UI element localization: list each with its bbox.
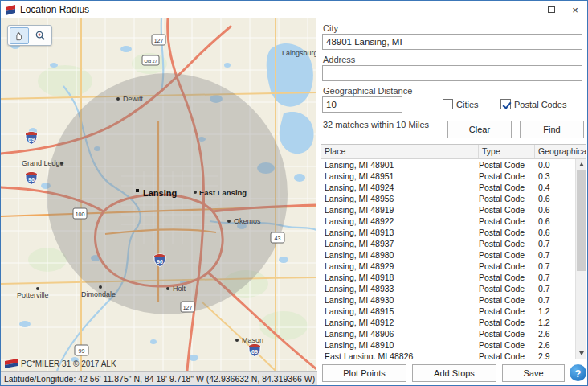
row-distance-cell: 0.4 xyxy=(535,182,575,193)
row-type-cell: Postal Code xyxy=(479,328,535,339)
row-type-cell: Postal Code xyxy=(479,294,535,306)
table-row[interactable]: Lansing, MI 48910 Postal Code 2.6 xyxy=(321,339,575,351)
label-okemos: Okemos xyxy=(234,217,261,225)
find-button[interactable]: Find xyxy=(520,121,584,138)
zoom-tool-button[interactable] xyxy=(31,27,51,44)
row-place-cell: Lansing, MI 48913 xyxy=(321,227,479,238)
table-row[interactable]: Lansing, MI 48924 Postal Code 0.4 xyxy=(321,182,575,193)
row-distance-cell: 0.6 xyxy=(535,204,575,216)
minimize-button[interactable] xyxy=(515,1,539,18)
row-distance-cell: 1.2 xyxy=(535,306,575,317)
table-row[interactable]: Lansing, MI 48901 Postal Code 0.0 xyxy=(321,159,575,170)
row-distance-cell: 1.2 xyxy=(535,317,575,328)
table-row[interactable]: Lansing, MI 48919 Postal Code 0.6 xyxy=(321,204,575,216)
titlebar[interactable]: Location Radius × xyxy=(1,1,587,18)
results-body: Lansing, MI 48901 Postal Code 0.0 Lansin… xyxy=(321,159,575,359)
close-button[interactable]: × xyxy=(563,1,587,18)
results-scrollbar[interactable] xyxy=(575,159,586,359)
row-distance-cell: 2.6 xyxy=(535,339,575,351)
shield-m43: 43 xyxy=(271,232,284,243)
label-potterville: Potterville xyxy=(17,291,49,299)
table-row[interactable]: Lansing, MI 48912 Postal Code 1.2 xyxy=(321,317,575,328)
close-icon: × xyxy=(572,5,578,15)
add-stops-button[interactable]: Add Stops xyxy=(412,364,496,382)
table-row[interactable]: Lansing, MI 48951 Postal Code 0.3 xyxy=(321,170,575,182)
label-dimondale: Dimondale xyxy=(81,290,116,298)
distance-input[interactable] xyxy=(322,96,402,113)
row-type-cell: Postal Code xyxy=(479,216,535,227)
row-type-cell: Postal Code xyxy=(479,170,535,182)
row-type-cell: Postal Code xyxy=(479,159,535,170)
scroll-down-button[interactable] xyxy=(576,348,586,359)
row-place-cell: Lansing, MI 48929 xyxy=(321,261,479,272)
table-row[interactable]: Lansing, MI 48918 Postal Code 0.7 xyxy=(321,272,575,283)
table-row[interactable]: Lansing, MI 48956 Postal Code 0.6 xyxy=(321,193,575,204)
location-radius-window: Location Radius × xyxy=(0,0,588,386)
scroll-up-icon xyxy=(579,162,584,166)
row-type-cell: Postal Code xyxy=(479,204,535,216)
label-lansing: Lansing xyxy=(143,188,177,198)
maximize-button[interactable] xyxy=(539,1,563,18)
table-row[interactable]: Lansing, MI 48937 Postal Code 0.7 xyxy=(321,238,575,249)
row-place-cell: East Lansing, MI 48826 xyxy=(321,351,479,359)
shield-us127-south: 127 xyxy=(181,302,194,312)
app-icon xyxy=(5,4,16,15)
table-row[interactable]: Lansing, MI 48980 Postal Code 0.7 xyxy=(321,249,575,261)
statusbar: Latitude/Longitude: 42 56' 11.875" N, 84… xyxy=(1,371,317,386)
address-label: Address xyxy=(323,55,355,64)
row-place-cell: Lansing, MI 48910 xyxy=(321,339,479,351)
plot-points-button[interactable]: Plot Points xyxy=(322,364,406,382)
cities-checkbox-label: Cities xyxy=(456,100,479,109)
table-row[interactable]: Lansing, MI 48933 Postal Code 0.7 xyxy=(321,283,575,294)
column-header-place[interactable]: Place xyxy=(321,145,479,158)
zoom-in-icon xyxy=(35,30,47,42)
search-panel: City Address Geographical Distance Citie… xyxy=(317,18,588,386)
scroll-up-button[interactable] xyxy=(576,159,586,170)
scrollbar-thumb[interactable] xyxy=(577,170,586,271)
map-area[interactable]: 69 96 96 69 127 xyxy=(1,18,316,371)
shield-old27: Old 27 xyxy=(142,55,159,65)
row-distance-cell: 0.7 xyxy=(535,261,575,272)
svg-text:127: 127 xyxy=(154,38,164,43)
label-mason: Mason xyxy=(242,336,263,344)
address-input[interactable] xyxy=(322,65,582,81)
row-distance-cell: 0.7 xyxy=(535,249,575,261)
postal-codes-checkbox[interactable] xyxy=(500,99,511,109)
alk-logo-icon xyxy=(5,359,18,368)
table-row[interactable]: Lansing, MI 48913 Postal Code 0.6 xyxy=(321,227,575,238)
table-row[interactable]: Lansing, MI 48929 Postal Code 0.7 xyxy=(321,261,575,272)
table-row[interactable]: East Lansing, MI 48826 Postal Code 2.9 xyxy=(321,351,575,359)
label-grand-ledge: Grand Ledge xyxy=(22,159,64,167)
city-input[interactable] xyxy=(322,34,582,50)
map-canvas[interactable]: 69 96 96 69 127 xyxy=(1,18,316,371)
row-place-cell: Lansing, MI 48930 xyxy=(321,294,479,306)
postal-codes-checkbox-label: Postal Codes xyxy=(514,100,566,109)
row-type-cell: Postal Code xyxy=(479,351,535,359)
table-row[interactable]: Lansing, MI 48906 Postal Code 2.6 xyxy=(321,328,575,339)
row-type-cell: Postal Code xyxy=(479,339,535,351)
row-place-cell: Lansing, MI 48951 xyxy=(321,170,479,182)
row-place-cell: Lansing, MI 48933 xyxy=(321,283,479,294)
hand-icon xyxy=(13,30,25,42)
svg-text:100: 100 xyxy=(76,211,85,217)
table-row[interactable]: Lansing, MI 48915 Postal Code 1.2 xyxy=(321,306,575,317)
column-header-distance[interactable]: Geographical Di xyxy=(535,145,586,158)
cities-checkbox[interactable] xyxy=(443,99,453,109)
clear-button[interactable]: Clear xyxy=(447,121,512,138)
row-distance-cell: 0.7 xyxy=(535,283,575,294)
column-header-type[interactable]: Type xyxy=(479,145,535,158)
label-dewitt: Dewitt xyxy=(123,95,144,103)
row-distance-cell: 0.6 xyxy=(535,193,575,204)
row-type-cell: Postal Code xyxy=(479,193,535,204)
help-button[interactable]: ? xyxy=(570,364,586,381)
pan-tool-button[interactable] xyxy=(10,27,29,44)
table-row[interactable]: Lansing, MI 48922 Postal Code 0.6 xyxy=(321,216,575,227)
table-row[interactable]: Lansing, MI 48930 Postal Code 0.7 xyxy=(321,294,575,306)
row-type-cell: Postal Code xyxy=(479,249,535,261)
lat-long-readout: Latitude/Longitude: 42 56' 11.875" N, 84… xyxy=(4,374,315,384)
row-type-cell: Postal Code xyxy=(479,272,535,283)
row-place-cell: Lansing, MI 48980 xyxy=(321,249,479,261)
svg-text:69: 69 xyxy=(251,349,258,355)
row-place-cell: Lansing, MI 48956 xyxy=(321,193,479,204)
save-button[interactable]: Save xyxy=(502,364,565,382)
